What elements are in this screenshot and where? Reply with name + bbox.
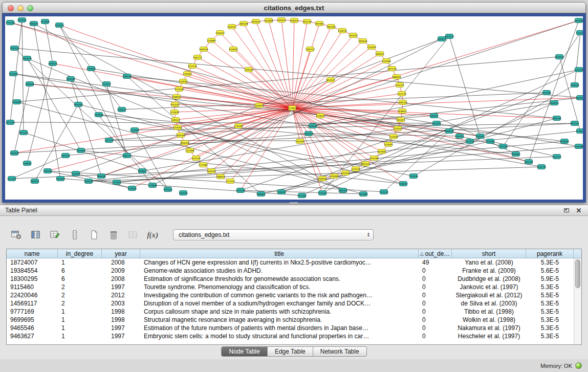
new-table-button[interactable] [88, 229, 100, 240]
delete-table-button[interactable] [107, 229, 120, 240]
table-options-button[interactable] [10, 229, 23, 240]
graph-edge[interactable] [17, 57, 559, 102]
zoom-window-button[interactable] [27, 5, 33, 11]
table-row[interactable]: 911546021997Tourette syndrome. Phenomeno… [7, 283, 574, 291]
graph-node-label: 1539757 [227, 26, 236, 28]
close-panel-button[interactable]: ✕ [575, 207, 583, 214]
table-row[interactable]: 946362711997Embryonic stem cells: a mode… [7, 332, 574, 340]
graph-node-label: 9883853 [29, 23, 38, 25]
graph-edge[interactable] [292, 108, 388, 144]
graph-node-label: 1247096 [185, 149, 194, 152]
graph-edge[interactable] [241, 123, 437, 190]
float-panel-button[interactable] [562, 207, 571, 214]
graph-edge[interactable] [10, 122, 437, 123]
graph-edge[interactable] [127, 76, 557, 118]
tab-network-table[interactable]: Network Table [313, 346, 367, 357]
table-cell: Investigating the contribution of common… [140, 292, 419, 299]
graph-edge[interactable] [106, 84, 127, 156]
edit-table-icon [50, 230, 60, 239]
graph-node-label: 9544352 [170, 103, 180, 106]
table-cell: 6 [58, 275, 102, 282]
graph-edge[interactable] [575, 33, 580, 85]
table-row[interactable]: 946554611997Estimation of the future num… [7, 324, 574, 332]
graph-node-label: 1063305 [326, 26, 336, 28]
column-header-out-de-[interactable]: △out_de… [419, 249, 452, 258]
row-mode-button[interactable] [69, 229, 81, 240]
trash-icon [108, 230, 119, 239]
table-cell: 9463627 [7, 333, 58, 340]
close-window-button[interactable] [8, 5, 14, 11]
graph-edge[interactable] [10, 20, 22, 122]
panel-splitter-handle[interactable] [289, 202, 298, 204]
column-header-in-degree[interactable]: in_degree [58, 249, 102, 258]
tab-edge-table[interactable]: Edge Table [268, 346, 313, 357]
graph-edge[interactable] [292, 49, 310, 108]
graph-node-label: 1458104 [179, 80, 188, 83]
table-cell: de Silva et al. (2003) [452, 300, 526, 307]
edit-table-button[interactable] [49, 229, 61, 240]
citation-network-graph[interactable]: 1724049116544314308871696330196177492721… [5, 16, 583, 200]
graph-node-label: 1172176 [351, 168, 360, 170]
graph-node-label: 2138544 [576, 130, 583, 133]
graph-edge[interactable] [292, 20, 579, 108]
graph-edge[interactable] [292, 108, 322, 193]
scrollbar-thumb[interactable] [575, 259, 580, 288]
table-scrollbar[interactable] [574, 258, 581, 344]
graph-edge[interactable] [196, 108, 292, 158]
graph-node-label: 1730280 [234, 125, 243, 127]
table-cell: Jankovic et al. (1997) [452, 283, 526, 291]
new-document-icon [89, 230, 99, 239]
graph-node-label: 1975239 [236, 189, 245, 192]
graph-edge[interactable] [261, 141, 490, 194]
graph-node-label: 9679002 [359, 193, 368, 195]
graph-edge[interactable] [292, 108, 557, 118]
function-builder-button[interactable]: f(x) [146, 229, 159, 240]
graph-edge[interactable] [529, 20, 579, 162]
tab-node-table[interactable]: Node Table [221, 346, 268, 357]
column-header-name[interactable]: name [7, 249, 58, 258]
graph-edge[interactable] [99, 115, 413, 176]
table-cell: Corpus callosum shape and size in male p… [140, 308, 419, 315]
graph-edge[interactable] [211, 40, 292, 108]
import-table-button[interactable] [127, 229, 139, 240]
table-toolbar: f(x) citations_edges.txt ▲▼ [10, 228, 374, 242]
column-header-short[interactable]: short [452, 249, 526, 258]
graph-edge[interactable] [12, 156, 66, 179]
table-row[interactable]: 1456911722003Disruption of a novel membe… [7, 299, 574, 308]
graph-node-label: 2050159 [23, 57, 32, 60]
minimize-window-button[interactable] [17, 5, 24, 11]
graph-edge[interactable] [48, 108, 292, 171]
graph-edge[interactable] [292, 20, 294, 108]
graph-edge[interactable] [34, 24, 60, 179]
network-window-titlebar[interactable]: citations_edges.txt [2, 2, 586, 13]
graph-edge[interactable] [17, 102, 363, 194]
table-selector-dropdown[interactable]: citations_edges.txt ▲▼ [173, 229, 374, 240]
graph-edge[interactable] [292, 21, 307, 108]
table-row[interactable]: 2242004622012Investigating the contribut… [7, 291, 574, 299]
graph-edge[interactable] [14, 123, 575, 153]
graph-edge[interactable] [27, 58, 81, 150]
graph-node-label: 1199393 [244, 69, 253, 71]
table-row[interactable]: 1872400712008Changes of HCN gene express… [7, 258, 574, 267]
column-header-year[interactable]: year [102, 249, 140, 258]
table-cell: Wolkin et al. (1998) [452, 316, 526, 323]
graph-edge[interactable] [183, 81, 292, 108]
graph-edge[interactable] [449, 36, 480, 136]
graph-edge[interactable] [71, 79, 101, 176]
table-row[interactable]: 977716911998Corpus callosum shape and si… [7, 308, 574, 316]
network-canvas[interactable]: 1724049116544314308871696330196177492721… [5, 16, 583, 200]
table-row[interactable]: 969969511998Structural magnetic resonanc… [7, 316, 574, 324]
float-window-icon [564, 208, 569, 212]
graph-edge[interactable] [14, 84, 30, 153]
graph-node-label: 1832418 [302, 20, 312, 23]
column-visibility-button[interactable] [30, 229, 42, 240]
column-header-pagerank[interactable]: pagerank [526, 249, 574, 258]
graph-node-label: 1417134 [104, 139, 114, 142]
graph-node-label: 2077376 [19, 132, 28, 134]
table-row[interactable]: 1938455462009Genome-wide association stu… [7, 267, 574, 275]
graph-edge[interactable] [35, 104, 78, 181]
column-header-title[interactable]: title [140, 249, 419, 258]
graph-node-label: 1621410 [387, 68, 397, 70]
table-row[interactable]: 1830029562008Estimation of significance … [7, 275, 574, 283]
graph-edge[interactable] [45, 21, 53, 63]
